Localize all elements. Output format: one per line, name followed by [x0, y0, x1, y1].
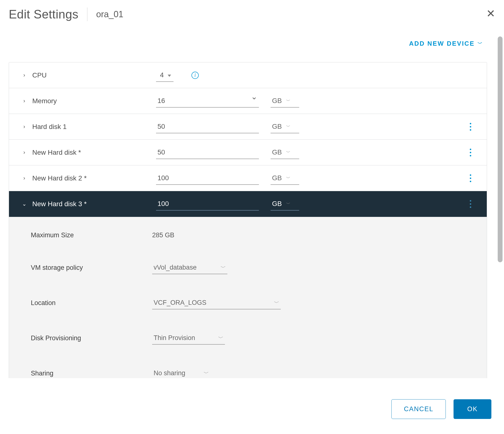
storage-policy-select[interactable]: vVol_database ﹀	[152, 261, 227, 274]
sharing-label: Sharing	[31, 370, 152, 377]
chevron-down-icon: ﹀	[477, 40, 483, 47]
hdd1-label: Hard disk 1	[32, 123, 67, 131]
chevron-right-icon: ›	[21, 98, 27, 104]
hdd1-actions-menu[interactable]	[467, 120, 474, 133]
device-list: › CPU i › Memory ⌄	[9, 62, 487, 378]
scrollbar[interactable]	[498, 37, 503, 262]
newhdd3-actions-menu[interactable]	[467, 198, 474, 210]
close-icon[interactable]: ✕	[486, 8, 495, 19]
newhdd2-actions-menu[interactable]	[467, 172, 474, 185]
provisioning-value: Thin Provision	[153, 334, 195, 342]
row-hard-disk-1[interactable]: › Hard disk 1 GB ﹀	[9, 114, 487, 140]
row-cpu[interactable]: › CPU i	[9, 62, 487, 88]
newhdd3-unit-label: GB	[272, 200, 282, 208]
location-label: Location	[31, 299, 152, 307]
chevron-down-icon: ﹀	[218, 334, 224, 342]
memory-input[interactable]	[156, 94, 259, 108]
add-new-device-label: ADD NEW DEVICE	[409, 40, 475, 47]
title-divider	[87, 8, 87, 21]
row-new-hard-disk-2[interactable]: › New Hard disk 2 * GB ﹀	[9, 165, 487, 191]
info-icon[interactable]: i	[191, 72, 199, 79]
location-select[interactable]: VCF_ORA_LOGS ﹀	[152, 296, 281, 309]
newhdd3-unit-select[interactable]: GB ﹀	[270, 197, 299, 211]
row-new-hard-disk-3[interactable]: ⌄ New Hard disk 3 * GB ﹀	[9, 191, 487, 217]
newhdd2-unit-select[interactable]: GB ﹀	[270, 172, 299, 185]
row-new-hard-disk[interactable]: › New Hard disk * GB ﹀	[9, 140, 487, 165]
sharing-value: No sharing	[153, 369, 185, 377]
newhdd2-label: New Hard disk 2 *	[32, 174, 87, 182]
newhdd3-size-input[interactable]	[156, 197, 259, 211]
chevron-down-icon: ﹀	[221, 264, 226, 271]
newhdd-label: New Hard disk *	[32, 149, 81, 157]
ok-button[interactable]: OK	[454, 399, 491, 419]
dialog-subtitle: ora_01	[96, 9, 123, 19]
chevron-down-icon: ⌄	[21, 201, 27, 207]
cancel-button[interactable]: CANCEL	[391, 399, 446, 419]
chevron-down-icon: ﹀	[286, 201, 290, 207]
chevron-down-icon[interactable]: ⌄	[251, 92, 257, 101]
chevron-right-icon: ›	[21, 149, 27, 156]
edit-settings-dialog: Edit Settings ora_01 ✕ ADD NEW DEVICE ﹀ …	[0, 0, 504, 434]
memory-unit-select[interactable]: GB ﹀	[270, 94, 299, 108]
hdd1-unit-select[interactable]: GB ﹀	[270, 120, 299, 133]
dialog-title: Edit Settings	[9, 7, 78, 21]
newhdd-unit-label: GB	[272, 148, 282, 156]
newhdd3-label: New Hard disk 3 *	[32, 200, 87, 208]
chevron-down-icon: ﹀	[286, 175, 290, 181]
newhdd2-unit-label: GB	[272, 174, 282, 182]
newhdd3-details-panel: Maximum Size 285 GB VM storage policy vV…	[9, 217, 487, 378]
row-memory[interactable]: › Memory ⌄ GB ﹀	[9, 88, 487, 114]
chevron-right-icon: ›	[21, 175, 27, 181]
sharing-select[interactable]: No sharing ﹀	[152, 367, 210, 378]
cpu-input[interactable]	[156, 69, 173, 82]
memory-unit-label: GB	[272, 97, 282, 105]
chevron-down-icon: ﹀	[286, 124, 290, 129]
chevron-right-icon: ›	[21, 124, 27, 130]
chevron-down-icon: ﹀	[286, 149, 290, 155]
cpu-label: CPU	[32, 71, 47, 79]
storage-policy-label: VM storage policy	[31, 264, 152, 271]
location-value: VCF_ORA_LOGS	[153, 299, 207, 306]
chevron-right-icon: ›	[21, 72, 27, 78]
provisioning-select[interactable]: Thin Provision ﹀	[152, 332, 225, 345]
device-list-scroll: › CPU i › Memory ⌄	[9, 62, 487, 378]
chevron-down-icon: ﹀	[274, 299, 279, 306]
hdd1-unit-label: GB	[272, 123, 282, 130]
provisioning-label: Disk Provisioning	[31, 334, 152, 342]
newhdd2-size-input[interactable]	[156, 172, 259, 185]
max-size-value: 285 GB	[152, 231, 174, 239]
storage-policy-value: vVol_database	[153, 264, 197, 271]
chevron-down-icon: ﹀	[204, 370, 209, 377]
max-size-label: Maximum Size	[31, 231, 152, 239]
newhdd-unit-select[interactable]: GB ﹀	[270, 146, 299, 159]
chevron-down-icon: ﹀	[286, 98, 290, 104]
newhdd-actions-menu[interactable]	[467, 146, 474, 159]
scrollbar-thumb[interactable]	[498, 37, 503, 262]
memory-label: Memory	[32, 97, 57, 105]
newhdd-size-input[interactable]	[156, 146, 259, 159]
add-new-device-button[interactable]: ADD NEW DEVICE ﹀	[409, 40, 483, 47]
dialog-footer: CANCEL OK	[391, 399, 491, 419]
hdd1-size-input[interactable]	[156, 120, 259, 133]
